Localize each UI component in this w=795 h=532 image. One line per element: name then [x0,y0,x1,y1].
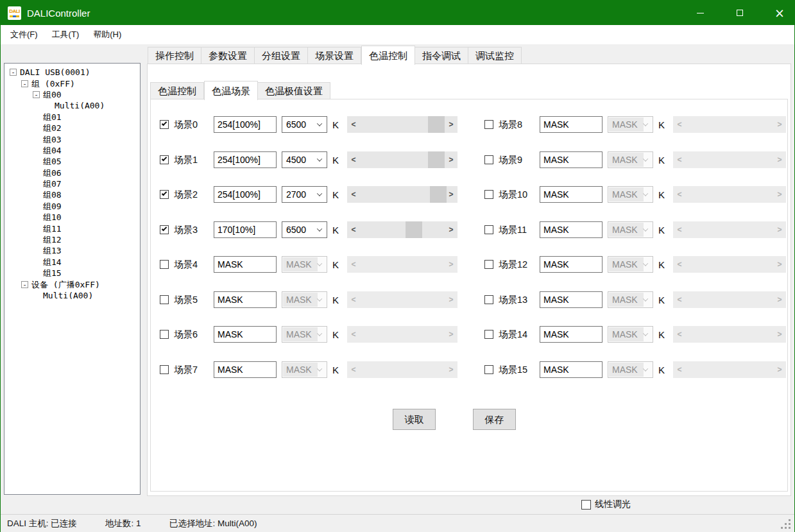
scene-checkbox[interactable] [484,190,493,199]
scene-checkbox[interactable] [484,260,493,269]
tree-item[interactable]: 组11 [4,223,140,234]
temperature-dropdown[interactable]: 4500 [282,151,327,168]
tree-item[interactable]: Multi(A00) [4,100,140,111]
temperature-dropdown[interactable]: MASK [608,256,653,273]
collapse-icon[interactable]: - [21,80,28,87]
main-tab-2[interactable]: 分组设置 [255,47,308,64]
scrollbar-thumb[interactable] [406,221,422,238]
menu-item-2[interactable]: 帮助(H) [86,25,128,44]
tree-item[interactable]: -组 (0xFF) [4,78,140,89]
temperature-scrollbar[interactable]: < > [673,116,786,133]
main-tab-3[interactable]: 场景设置 [308,47,361,64]
scene-value-input[interactable] [540,326,603,343]
temperature-scrollbar[interactable]: < > [347,116,457,133]
main-tab-5[interactable]: 指令调试 [415,47,468,64]
tree-item[interactable]: 组15 [4,268,140,279]
temperature-scrollbar[interactable]: < > [347,186,457,203]
tree-item[interactable]: 组05 [4,156,140,167]
tree-item[interactable]: 组06 [4,167,140,178]
tree-item[interactable]: 组08 [4,189,140,200]
temperature-dropdown[interactable]: MASK [608,151,653,168]
temperature-dropdown[interactable]: MASK [608,221,653,238]
temperature-scrollbar[interactable]: < > [673,291,786,308]
scroll-left-icon[interactable]: < [348,186,359,203]
scene-checkbox[interactable] [160,295,169,304]
temperature-scrollbar[interactable]: < > [347,151,457,168]
linear-dimming-checkbox[interactable] [581,500,591,510]
scene-value-input[interactable] [540,256,603,273]
scroll-left-icon[interactable]: < [674,361,685,378]
scroll-right-icon[interactable]: > [774,151,785,168]
scroll-left-icon[interactable]: < [348,116,359,133]
temperature-dropdown[interactable]: MASK [282,326,327,343]
scene-checkbox[interactable] [160,190,169,199]
scroll-right-icon[interactable]: > [774,186,785,203]
temperature-scrollbar[interactable]: < > [673,256,786,273]
scroll-right-icon[interactable]: > [446,361,456,378]
scrollbar-thumb[interactable] [428,116,445,133]
tree-item[interactable]: 组07 [4,178,140,189]
scrollbar-thumb[interactable] [430,186,447,203]
scroll-left-icon[interactable]: < [348,291,359,308]
sub-tab-0[interactable]: 色温控制 [150,82,204,99]
sub-tab-1[interactable]: 色温场景 [204,81,258,100]
scroll-right-icon[interactable]: > [446,116,456,133]
collapse-icon[interactable]: - [21,281,28,288]
scene-value-input[interactable] [214,256,277,273]
tree-item[interactable]: 组10 [4,212,140,223]
scene-value-input[interactable] [540,361,603,378]
tree-item[interactable]: -组00 [4,89,140,100]
collapse-icon[interactable]: - [10,69,17,76]
scroll-left-icon[interactable]: < [348,361,359,378]
menu-item-0[interactable]: 文件(F) [3,25,45,44]
scroll-left-icon[interactable]: < [348,151,359,168]
temperature-scrollbar[interactable]: < > [347,256,457,273]
tree-item[interactable]: 组09 [4,201,140,212]
tree-item[interactable]: 组13 [4,245,140,256]
maximize-button[interactable] [725,1,755,25]
scene-value-input[interactable] [214,326,277,343]
minimize-button[interactable] [685,1,715,25]
scroll-left-icon[interactable]: < [348,326,359,343]
main-tab-4[interactable]: 色温控制 [361,46,415,65]
scroll-right-icon[interactable]: > [446,186,456,203]
temperature-dropdown[interactable]: 2700 [282,186,327,203]
scroll-left-icon[interactable]: < [674,116,685,133]
scroll-right-icon[interactable]: > [774,326,785,343]
scroll-left-icon[interactable]: < [674,291,685,308]
temperature-scrollbar[interactable]: < > [347,326,457,343]
temperature-dropdown[interactable]: MASK [282,291,327,308]
scene-checkbox[interactable] [160,120,169,129]
save-button[interactable]: 保存 [473,409,516,430]
scene-value-input[interactable] [214,291,277,308]
scroll-left-icon[interactable]: < [674,221,685,238]
scrollbar-thumb[interactable] [428,151,445,168]
scroll-left-icon[interactable]: < [674,151,685,168]
temperature-dropdown[interactable]: MASK [282,361,327,378]
temperature-dropdown[interactable]: MASK [608,326,653,343]
scroll-left-icon[interactable]: < [674,186,685,203]
scene-value-input[interactable] [214,116,277,133]
scene-checkbox[interactable] [484,365,493,374]
tree-item[interactable]: 组14 [4,257,140,268]
temperature-dropdown[interactable]: MASK [608,361,653,378]
main-tab-0[interactable]: 操作控制 [148,47,201,64]
collapse-icon[interactable]: - [33,91,40,98]
temperature-scrollbar[interactable]: < > [347,291,457,308]
scroll-right-icon[interactable]: > [774,221,785,238]
scroll-right-icon[interactable]: > [774,116,785,133]
scene-checkbox[interactable] [160,155,169,164]
scene-value-input[interactable] [540,291,603,308]
scroll-left-icon[interactable]: < [348,256,359,273]
scene-value-input[interactable] [214,151,277,168]
tree-item[interactable]: Multi(A00) [4,290,140,301]
scene-value-input[interactable] [214,186,277,203]
scroll-right-icon[interactable]: > [446,326,456,343]
scene-value-input[interactable] [214,221,277,238]
scroll-right-icon[interactable]: > [446,151,456,168]
scroll-right-icon[interactable]: > [774,361,785,378]
scene-checkbox[interactable] [484,225,493,234]
scroll-right-icon[interactable]: > [446,221,456,238]
scene-value-input[interactable] [540,116,603,133]
temperature-dropdown[interactable]: MASK [608,116,653,133]
